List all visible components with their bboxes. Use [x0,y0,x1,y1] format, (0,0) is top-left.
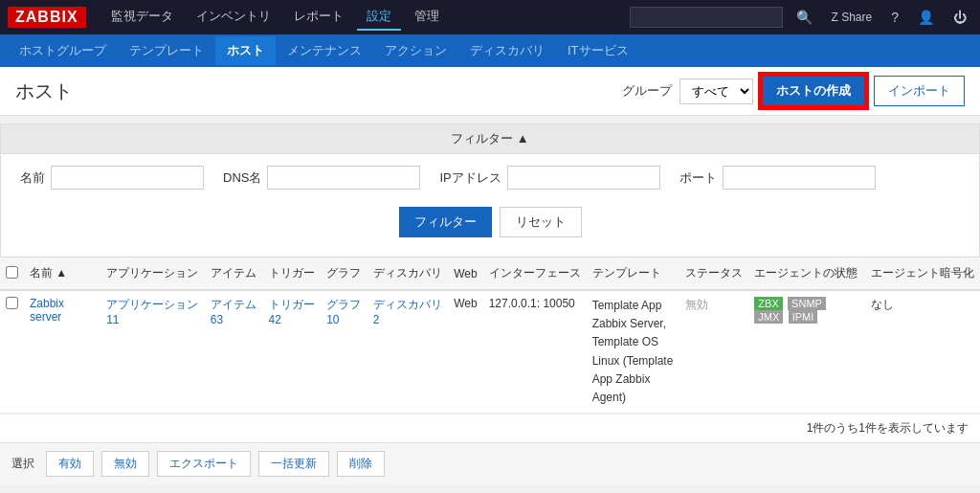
nav-item-report[interactable]: レポート [284,4,353,31]
apps-link[interactable]: アプリケーション 11 [106,298,198,326]
import-button[interactable]: インポート [874,76,965,106]
select-all-checkbox[interactable] [6,266,18,279]
export-button[interactable]: エクスポート [157,451,251,477]
agent-jmx-btn[interactable]: JMX [754,310,783,324]
sec-nav-itservices[interactable]: ITサービス [556,36,640,65]
filter-field-name: 名前 [20,166,204,190]
row-encryption: なし [865,290,980,414]
col-header-agent-state: エージェントの状態 [748,258,865,290]
result-count: 1件のうち1件を表示しています [807,421,969,435]
help-icon[interactable]: ? [885,8,904,27]
bottom-toolbar: 選択 有効 無効 エクスポート 一括更新 削除 [0,442,980,484]
sec-nav-hosts[interactable]: ホスト [215,36,276,65]
bulk-update-button[interactable]: 一括更新 [258,451,329,477]
top-navigation: ZABBIX 監視データ インベントリ レポート 設定 管理 🔍 Z Share… [0,0,980,34]
disable-button[interactable]: 無効 [101,451,149,477]
col-header-agent-encryption: エージェント暗号化 [865,258,980,290]
filter-input-name[interactable] [51,166,204,190]
power-icon[interactable]: ⏻ [947,8,972,27]
zabbix-logo: ZABBIX [8,7,86,28]
reset-button[interactable]: リセット [500,207,582,237]
col-header-name[interactable]: 名前 ▲ [24,258,100,290]
table-row: Zabbix server アプリケーション 11 アイテム 63 トリガー 4… [0,290,980,414]
row-templates: Template App Zabbix Server, Template OS … [587,290,680,414]
top-nav-items: 監視データ インベントリ レポート 設定 管理 [101,4,630,31]
sec-nav-templates[interactable]: テンプレート [118,36,215,65]
secondary-navigation: ホストグループ テンプレート ホスト メンテナンス アクション ディスカバリ I… [0,34,980,67]
page-header: ホスト グループ すべて ホストの作成 インポート [0,67,980,116]
triggers-link[interactable]: トリガー 42 [269,298,315,326]
sec-nav-discovery[interactable]: ディスカバリ [458,36,556,65]
col-header-triggers: トリガー [263,258,322,290]
share-button[interactable]: Z Share [826,9,879,26]
row-apps: アプリケーション 11 [100,290,205,414]
col-header-discovery: ディスカバリ [368,258,448,290]
row-select-checkbox[interactable] [6,297,18,309]
row-checkbox [0,290,24,414]
nav-item-kanshidata[interactable]: 監視データ [101,4,183,31]
delete-button[interactable]: 削除 [337,451,385,477]
filter-actions: フィルター リセット [20,199,960,245]
encryption-value: なし [871,298,894,311]
filter-label-name: 名前 [20,169,45,187]
filter-toggle[interactable]: フィルター ▲ [1,124,979,154]
filter-section: フィルター ▲ 名前 DNS名 IPアドレス ポート フィルター リセット [0,123,980,258]
select-label: 選択 [11,456,34,472]
template-list: Template App Zabbix Server, Template OS … [592,297,675,407]
graphs-link[interactable]: グラフ 10 [326,298,361,326]
filter-field-dns: DNS名 [223,166,420,190]
top-nav-right: 🔍 Z Share ? 👤 ⏻ [630,7,972,28]
filter-input-dns[interactable] [267,166,420,190]
col-header-web: Web [448,258,482,290]
nav-item-inventory[interactable]: インベントリ [187,4,280,31]
group-label: グループ [622,82,672,100]
row-agent-state: ZBX SNMP JMX IPMI [748,290,865,414]
discovery-link[interactable]: ディスカバリ 2 [373,298,442,326]
filter-label-port: ポート [679,169,717,187]
filter-field-port: ポート [679,166,876,190]
group-select[interactable]: すべて [679,78,753,104]
filter-input-ip[interactable] [507,166,660,190]
create-host-button[interactable]: ホストの作成 [761,75,866,107]
col-header-interface: インターフェース [483,258,587,290]
filter-button[interactable]: フィルター [399,207,492,237]
host-name-link[interactable]: Zabbix server [30,297,64,324]
user-icon[interactable]: 👤 [912,8,940,27]
sec-nav-maintenance[interactable]: メンテナンス [276,36,373,65]
col-header-templates: テンプレート [587,258,680,290]
status-value: 無効 [685,298,708,311]
col-header-status: ステータス [679,258,748,290]
hosts-table: 名前 ▲ アプリケーション アイテム トリガー グラフ ディスカバリ Web イ… [0,258,980,414]
col-header-graphs: グラフ [321,258,368,290]
filter-body: 名前 DNS名 IPアドレス ポート フィルター リセット [1,154,979,257]
row-status: 無効 [679,290,748,414]
sec-nav-hostgroups[interactable]: ホストグループ [8,36,118,65]
items-link[interactable]: アイテム 63 [211,298,256,326]
hosts-table-wrapper: 名前 ▲ アプリケーション アイテム トリガー グラフ ディスカバリ Web イ… [0,258,980,442]
header-right: グループ すべて ホストの作成 インポート [622,75,965,107]
col-header-apps: アプリケーション [100,258,205,290]
filter-field-ip: IPアドレス [439,166,659,190]
row-name: Zabbix server [24,290,100,414]
nav-item-admin[interactable]: 管理 [405,4,449,31]
agent-zbx-btn[interactable]: ZBX [754,297,782,310]
filter-input-port[interactable] [723,166,876,190]
search-icon[interactable]: 🔍 [791,8,818,27]
agent-snmp-btn[interactable]: SNMP [788,297,826,310]
sec-nav-actions[interactable]: アクション [373,36,458,65]
row-web: Web [448,290,482,414]
enable-button[interactable]: 有効 [46,451,94,477]
interface-value: 127.0.0.1: 10050 [489,297,575,310]
row-interface: 127.0.0.1: 10050 [483,290,587,414]
filter-label-ip: IPアドレス [439,169,501,187]
agent-ipmi-btn[interactable]: IPMI [789,310,818,324]
nav-item-settings[interactable]: 設定 [357,4,401,31]
col-header-items: アイテム [205,258,263,290]
search-input[interactable] [630,7,783,28]
row-items: アイテム 63 [205,290,263,414]
table-header-row: 名前 ▲ アプリケーション アイテム トリガー グラフ ディスカバリ Web イ… [0,258,980,290]
web-value: Web [454,297,477,310]
col-header-checkbox [0,258,24,290]
row-triggers: トリガー 42 [263,290,322,414]
filter-row: 名前 DNS名 IPアドレス ポート [20,166,960,190]
